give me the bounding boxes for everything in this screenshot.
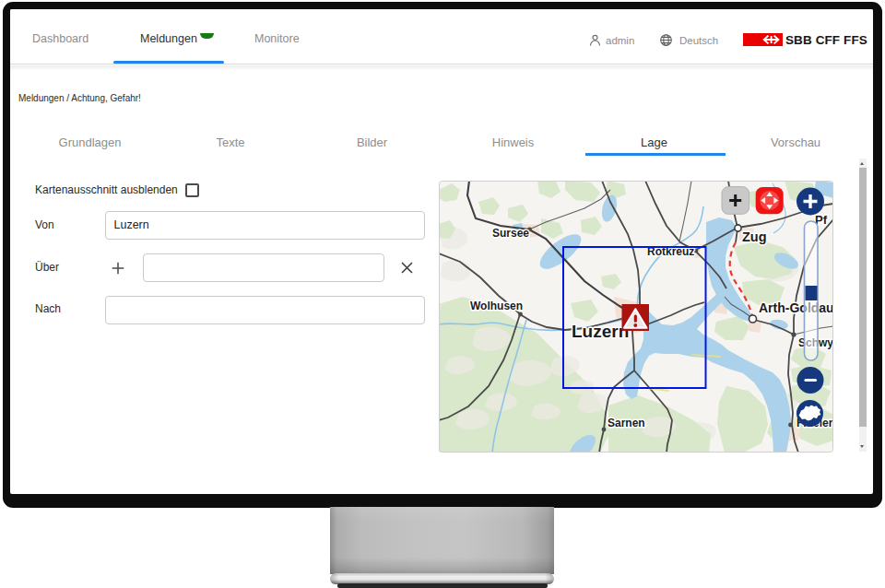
svg-text:Sarnen: Sarnen <box>608 417 645 429</box>
svg-text:Zug: Zug <box>742 229 767 244</box>
svg-text:Wolhusen: Wolhusen <box>470 300 523 312</box>
svg-text:Sursee: Sursee <box>492 227 529 240</box>
svg-text:Luzern: Luzern <box>572 322 629 341</box>
svg-text:Arth-Goldau: Arth-Goldau <box>759 300 833 315</box>
